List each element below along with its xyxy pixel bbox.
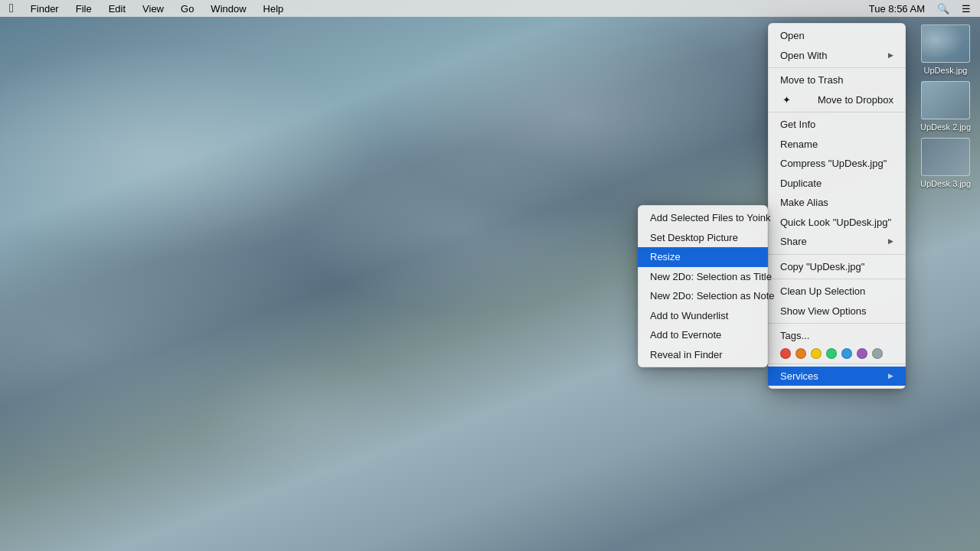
file-thumb-1 [921, 24, 970, 63]
file-menu[interactable]: File [73, 3, 95, 15]
time-display: Tue 8:56 AM [866, 3, 928, 15]
menu-services[interactable]: Services [768, 367, 906, 386]
separator-1 [768, 67, 906, 68]
go-menu[interactable]: Go [178, 3, 197, 15]
file-thumb-2 [921, 81, 970, 119]
separator-5 [768, 323, 906, 324]
menu-share[interactable]: Share [768, 232, 906, 252]
menu-open[interactable]: Open [768, 26, 906, 46]
dropbox-icon: ✦ [780, 93, 792, 108]
menu-show-view-options[interactable]: Show View Options [768, 302, 906, 321]
tag-orange[interactable] [795, 348, 806, 359]
tag-blue[interactable] [841, 348, 852, 359]
finder-menu[interactable]: Finder [28, 3, 62, 15]
file-label-3: UpDesk 3.jpg [920, 179, 971, 188]
menu-open-with[interactable]: Open With [768, 46, 906, 66]
menu-make-alias[interactable]: Make Alias [768, 193, 906, 213]
services-2do-title[interactable]: New 2Do: Selection as Title [638, 267, 768, 287]
services-yoink[interactable]: Add Selected Files to Yoink [638, 208, 768, 228]
search-icon[interactable]: 🔍 [934, 3, 952, 15]
menu-move-to-dropbox[interactable]: ✦ Move to Dropbox [768, 90, 906, 110]
tag-purple[interactable] [857, 348, 867, 359]
separator-6 [768, 364, 906, 364]
menu-compress[interactable]: Compress "UpDesk.jpg" [768, 154, 906, 174]
menu-get-info[interactable]: Get Info [768, 115, 906, 135]
context-menu-main: Open Open With Move to Trash ✦ Move to D… [768, 23, 906, 389]
edit-menu[interactable]: Edit [106, 3, 129, 15]
tags-row [768, 346, 906, 361]
tag-red[interactable] [780, 348, 791, 359]
view-menu[interactable]: View [139, 3, 167, 15]
services-wunderlist[interactable]: Add to Wunderlist [638, 306, 768, 326]
apple-menu[interactable]:  [6, 2, 17, 15]
file-label-2: UpDesk 2.jpg [920, 122, 971, 132]
control-center-icon[interactable]: ☰ [959, 3, 974, 15]
file-label-1: UpDesk.jpg [924, 66, 968, 75]
file-thumb-3 [921, 138, 970, 176]
separator-3 [768, 254, 906, 255]
services-2do-note[interactable]: New 2Do: Selection as Note [638, 286, 768, 306]
separator-4 [768, 279, 906, 279]
services-set-desktop[interactable]: Set Desktop Picture [638, 228, 768, 248]
help-menu[interactable]: Help [260, 3, 287, 15]
sidebar-file-3[interactable]: UpDesk 3.jpg [915, 138, 976, 188]
services-resize[interactable]: Resize [638, 247, 768, 267]
window-menu[interactable]: Window [207, 3, 249, 15]
menu-copy[interactable]: Copy "UpDesk.jpg" [768, 257, 906, 277]
menu-rename[interactable]: Rename [768, 135, 906, 155]
services-reveal-finder[interactable]: Reveal in Finder [638, 345, 768, 365]
tag-green[interactable] [826, 348, 837, 359]
menu-duplicate[interactable]: Duplicate [768, 174, 906, 194]
menu-quick-look[interactable]: Quick Look "UpDesk.jpg" [768, 213, 906, 233]
menu-tags[interactable]: Tags... [768, 326, 906, 346]
tag-yellow[interactable] [811, 348, 822, 359]
menu-move-to-trash[interactable]: Move to Trash [768, 70, 906, 90]
menu-clean-up[interactable]: Clean Up Selection [768, 282, 906, 302]
separator-2 [768, 112, 906, 112]
tag-gray[interactable] [872, 348, 883, 359]
services-evernote[interactable]: Add to Evernote [638, 325, 768, 345]
sidebar-file-2[interactable]: UpDesk 2.jpg [915, 81, 976, 132]
services-submenu: Add Selected Files to Yoink Set Desktop … [638, 205, 768, 367]
sidebar-panel: UpDesk.jpg UpDesk 2.jpg UpDesk 3.jpg [911, 17, 980, 551]
sidebar-file-1[interactable]: UpDesk.jpg [915, 24, 976, 75]
menubar:  Finder File Edit View Go Window Help T… [0, 0, 980, 17]
